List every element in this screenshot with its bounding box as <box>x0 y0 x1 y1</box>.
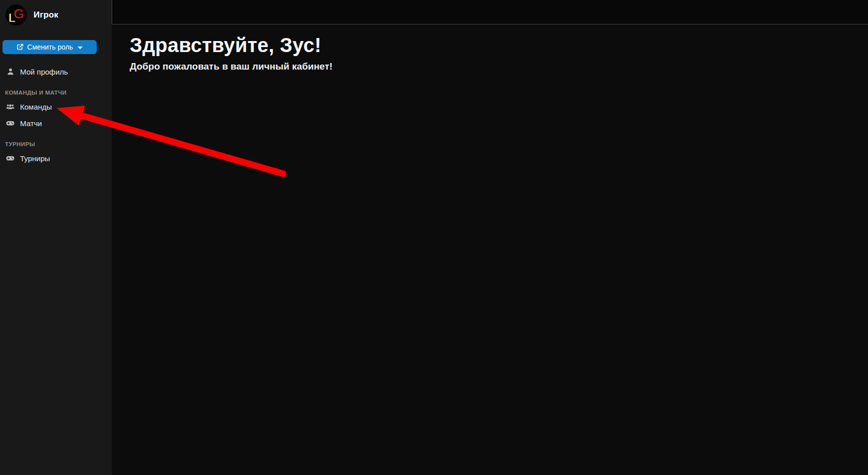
brand: G L Игрок <box>0 0 112 29</box>
sidebar-item-label: Команды <box>20 103 52 111</box>
gamepad-icon <box>6 154 15 163</box>
sidebar-item-label: Мой профиль <box>20 68 68 76</box>
sidebar-nav: Мой профиль КОМАНДЫ И МАТЧИ <box>0 65 112 168</box>
chevron-down-icon <box>78 47 83 49</box>
change-role-button[interactable]: Сменить роль <box>3 40 97 54</box>
welcome-text: Добро пожаловать в ваш личный кабинет! <box>130 61 868 72</box>
sidebar: G L Игрок Сменить роль <box>0 0 112 475</box>
sidebar-item-matches[interactable]: Матчи <box>0 117 112 130</box>
svg-text:L: L <box>9 12 16 25</box>
main-area: Здравствуйте, Зус! Добро пожаловать в ва… <box>112 0 868 475</box>
page-title-greeting: Здравствуйте, Зус! <box>130 33 868 57</box>
topbar <box>112 0 868 25</box>
section-header-tournaments: ТУРНИРЫ <box>0 141 112 147</box>
nav-section-tournaments: ТУРНИРЫ Турниры <box>0 141 112 165</box>
sidebar-item-teams[interactable]: Команды <box>0 100 112 113</box>
sidebar-item-label: Турниры <box>20 154 50 163</box>
change-role-label: Сменить роль <box>27 43 73 51</box>
sidebar-item-tournaments[interactable]: Турниры <box>0 152 112 165</box>
person-icon <box>6 68 15 76</box>
section-header-teams-matches: КОМАНДЫ И МАТЧИ <box>0 90 112 96</box>
users-icon <box>6 103 15 111</box>
app-window: G L Игрок Сменить роль <box>0 0 868 475</box>
sidebar-item-my-profile[interactable]: Мой профиль <box>0 65 112 78</box>
external-link-icon <box>17 44 24 51</box>
gamepad-icon <box>6 119 15 128</box>
sidebar-item-label: Матчи <box>20 119 42 128</box>
main-content: Здравствуйте, Зус! Добро пожаловать в ва… <box>112 25 868 72</box>
role-title: Игрок <box>34 10 59 20</box>
app-logo: G L <box>5 4 27 26</box>
nav-section-teams-matches: КОМАНДЫ И МАТЧИ Команды <box>0 90 112 130</box>
